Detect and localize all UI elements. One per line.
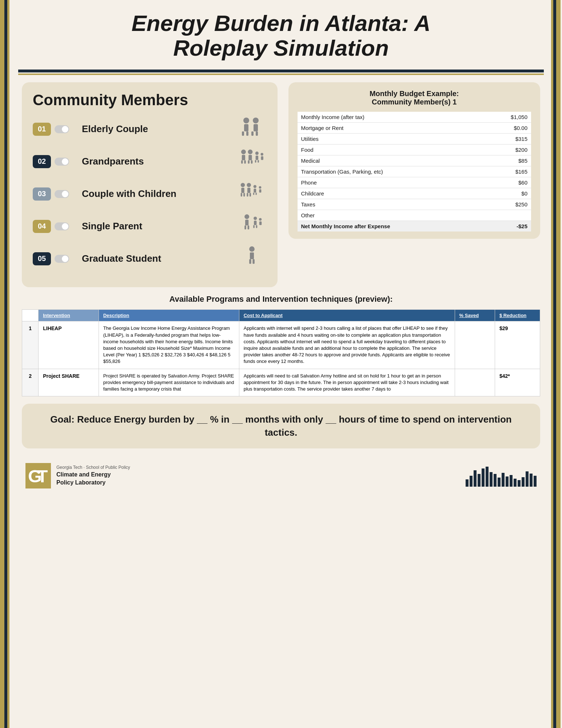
budget-table-row: Monthly Income (after tax)$1,050 (298, 112, 531, 123)
svg-rect-27 (247, 188, 250, 193)
program-num: 2 (22, 369, 39, 396)
budget-label: Taxes (298, 199, 485, 210)
svg-rect-28 (247, 193, 248, 197)
gt-logo: G T (25, 463, 51, 488)
member-number-2: 02 (33, 155, 51, 168)
svg-rect-17 (256, 156, 258, 160)
member-badge-2: 02 (33, 155, 76, 168)
member-number-1: 01 (33, 123, 51, 136)
member-badge-3: 03 (33, 187, 76, 201)
svg-rect-18 (255, 160, 256, 163)
right-decorative-bars (551, 0, 562, 728)
lab-name2-label: Policy Laboratory (56, 479, 130, 487)
member-row-4: 04 Single Parent (33, 213, 267, 239)
svg-rect-15 (251, 161, 253, 164)
lab-name-label: Climate and Energy (56, 471, 130, 479)
footer-left: G T Georgia Tech · School of Public Poli… (25, 463, 130, 488)
left-decorative-bars (0, 0, 11, 728)
budget-value: $315 (485, 134, 531, 145)
member-icon-1 (238, 116, 267, 142)
budget-label: Food (298, 145, 485, 155)
budget-value: $0 (485, 188, 531, 199)
svg-rect-25 (243, 193, 245, 197)
svg-point-16 (255, 152, 259, 155)
svg-rect-23 (241, 188, 244, 193)
budget-value: $250 (485, 199, 531, 210)
svg-rect-47 (250, 253, 254, 259)
member-toggle-4[interactable] (55, 222, 69, 230)
programs-title: Available Programs and Intervention tech… (22, 294, 540, 304)
budget-label: Monthly Income (after tax) (298, 112, 485, 123)
budget-panel: Monthly Budget Example: Community Member… (288, 82, 541, 239)
member-number-5: 05 (33, 252, 51, 265)
svg-rect-11 (244, 161, 246, 164)
member-name-1: Elderly Couple (82, 123, 232, 135)
svg-rect-37 (245, 220, 248, 226)
svg-point-0 (243, 118, 249, 123)
member-number-3: 03 (33, 187, 51, 201)
member-toggle-5[interactable] (55, 255, 69, 263)
svg-point-36 (244, 214, 249, 219)
program-intervention: Project SHARE (39, 369, 99, 396)
budget-table-row: Transportation (Gas, Parking, etc)$165 (298, 166, 531, 177)
th-reduction: $ Reduction (495, 310, 540, 321)
budget-table-row: Childcare$0 (298, 188, 531, 199)
institution-label: Georgia Tech · School of Public Policy (56, 464, 130, 471)
member-toggle-3[interactable] (55, 190, 69, 198)
budget-value: $60 (485, 177, 531, 188)
th-num (22, 310, 39, 321)
svg-rect-33 (256, 193, 257, 195)
footer-text-block: Georgia Tech · School of Public Policy C… (56, 464, 130, 487)
budget-table-row: Net Monthly Income after Expense-$25 (298, 221, 531, 232)
member-name-5: Graduate Student (82, 253, 232, 264)
program-description: The Georgia Low Income Home Energy Assis… (99, 321, 239, 369)
svg-rect-35 (259, 189, 262, 193)
svg-rect-3 (246, 131, 248, 136)
svg-point-30 (254, 185, 256, 188)
member-row-2: 02 Grandparents (33, 149, 267, 174)
budget-label: Utilities (298, 134, 485, 145)
svg-rect-29 (250, 193, 251, 197)
svg-point-20 (261, 153, 263, 155)
budget-label: Net Monthly Income after Expense (298, 221, 485, 232)
program-intervention: LIHEAP (39, 321, 99, 369)
svg-rect-43 (256, 225, 258, 228)
svg-rect-41 (254, 221, 256, 225)
th-description: Description (99, 310, 239, 321)
budget-table-row: Medical$85 (298, 155, 531, 166)
member-name-4: Single Parent (82, 221, 232, 232)
member-toggle-2[interactable] (55, 158, 69, 166)
budget-table-row: Taxes$250 (298, 199, 531, 210)
member-row-3: 03 Couple with Children (33, 181, 267, 207)
program-cost: Applicants with internet will spend 2-3 … (239, 321, 455, 369)
svg-rect-38 (244, 226, 246, 230)
svg-rect-6 (251, 131, 254, 136)
budget-value: $1,050 (485, 112, 531, 123)
svg-rect-49 (252, 259, 255, 264)
program-saved (455, 369, 495, 396)
member-toggle-1[interactable] (55, 125, 69, 133)
svg-rect-24 (241, 193, 242, 197)
budget-table-row: Phone$60 (298, 177, 531, 188)
svg-rect-42 (253, 225, 255, 228)
title-divider (18, 70, 544, 75)
budget-table: Monthly Income (after tax)$1,050Mortgage… (298, 112, 531, 232)
budget-title: Monthly Budget Example: Community Member… (298, 90, 531, 106)
budget-label: Childcare (298, 188, 485, 199)
program-reduction: $42* (495, 369, 540, 396)
th-cost: Cost to Applicant (239, 310, 455, 321)
member-row-1: 01 Elderly Couple (33, 116, 267, 142)
svg-point-8 (241, 150, 246, 154)
svg-text:T: T (37, 466, 48, 486)
budget-label: Phone (298, 177, 485, 188)
community-members-panel: Community Members 01 Elderly Couple (22, 82, 278, 287)
budget-table-row: Other (298, 210, 531, 221)
program-reduction: $29 (495, 321, 540, 369)
svg-point-4 (253, 118, 259, 123)
programs-table-row: 1LIHEAPThe Georgia Low Income Home Energ… (22, 321, 540, 369)
svg-rect-39 (248, 226, 250, 230)
budget-value: $165 (485, 166, 531, 177)
svg-point-12 (248, 150, 252, 154)
th-saved: % Saved (455, 310, 495, 321)
svg-rect-13 (248, 155, 252, 161)
